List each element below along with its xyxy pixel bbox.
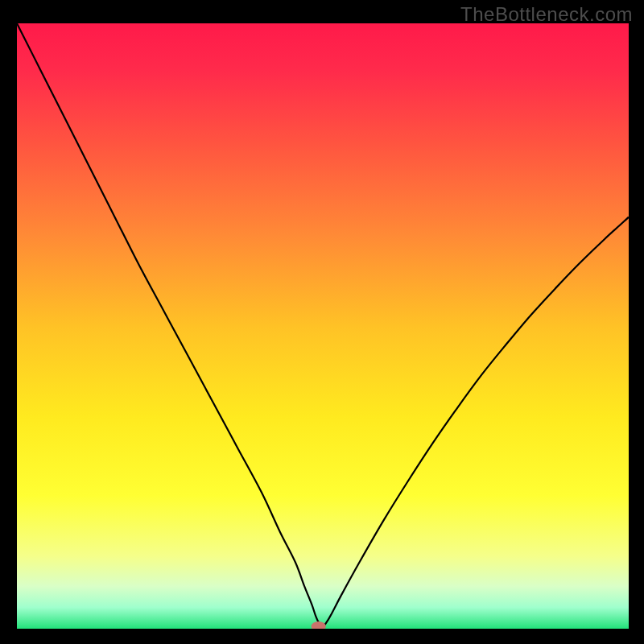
gradient-background [17,23,629,629]
bottleneck-chart [17,23,629,629]
watermark-text: TheBottleneck.com [460,3,633,26]
chart-frame: TheBottleneck.com [0,0,644,644]
plot-area [17,23,629,629]
